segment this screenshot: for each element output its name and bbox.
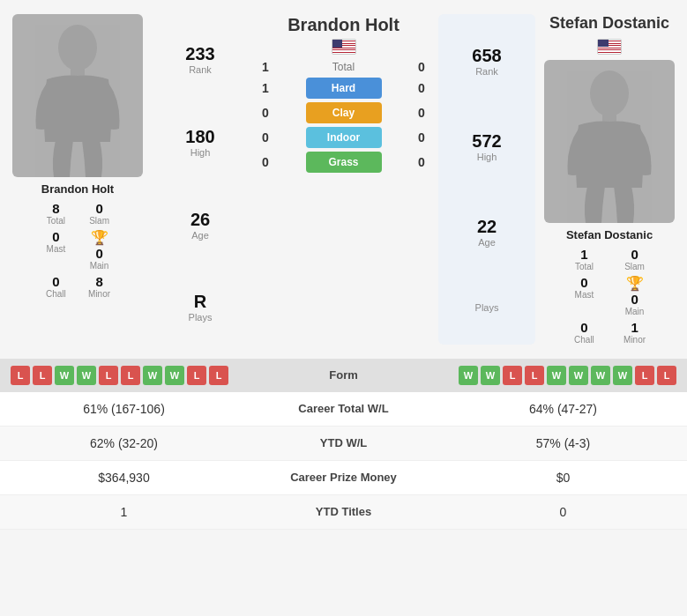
left-total-val: 8 [41,201,71,216]
hard-left-value: 1 [252,81,279,95]
right-mast-cell: 0 Mast [566,275,602,316]
left-slam-val: 0 [85,201,114,216]
left-high-value: 180 [185,127,214,147]
form-label: Form [329,368,358,382]
career-stat-row: 62% (32-20)YTD W/L57% (4-3) [0,427,687,461]
right-rank-box: 658 Rank [472,46,501,77]
left-trophy-icon: 🏆 [91,229,108,246]
form-badge: W [547,366,566,385]
clay-right-value: 0 [408,106,435,120]
indoor-right-value: 0 [408,130,435,145]
hard-surface-pill: Hard [306,78,382,99]
career-stat-right: $0 [453,471,673,485]
right-slam-lbl: Slam [616,262,653,271]
left-total-lbl: Total [41,216,71,226]
left-main-val: 0 [95,246,102,261]
left-main-lbl: Main [90,261,109,271]
left-slam-lbl: Slam [85,216,114,226]
right-rank-value: 658 [472,46,501,66]
right-player-name-section: Stefan Dostanic 1 Total 0 Slam 0 Mast [566,228,653,345]
right-form-badges: WWLLWWWWLL [459,366,676,385]
indoor-left-value: 0 [252,130,279,145]
form-badge: W [481,366,500,385]
center-comparison-col: Brandon Holt 1 Total 0 1 Hard 0 0 Clay 0 [252,14,435,345]
form-badge: L [187,366,206,385]
form-badge: L [121,366,140,385]
career-stat-row: $364,930Career Prize Money$0 [0,461,687,495]
career-stat-left: 61% (167-106) [14,402,234,416]
players-comparison-section: Brandon Holt 8 Total 0 Slam 0 Mast [0,0,687,352]
career-stat-left: 1 [14,505,234,519]
career-stat-right: 64% (47-27) [453,402,673,416]
left-player-photo [12,14,143,177]
left-total-cell: 8 Total [41,201,71,226]
right-main-lbl: Main [625,307,645,316]
right-rank-label: Rank [472,66,501,77]
right-chall-lbl: Chall [566,335,602,345]
right-high-box: 572 High [472,131,501,162]
form-badge: W [569,366,588,385]
left-form-badges: LLWWLLWWLL [11,366,228,385]
right-main-val: 0 [631,292,638,307]
form-badge: L [33,366,52,385]
left-mast-val: 0 [41,229,71,244]
form-badge: W [591,366,610,385]
left-player-name-section: Brandon Holt 8 Total 0 Slam 0 Mast [41,182,114,299]
clay-left-value: 0 [252,106,279,120]
left-high-box: 180 High [185,127,214,158]
right-player-flag [597,39,622,55]
hard-comparison-row: 1 Hard 0 [252,78,435,99]
right-high-value: 572 [472,131,501,152]
left-plays-box: R Plays [189,292,213,323]
left-rank-box: 233 Rank [185,44,214,75]
right-slam-cell: 0 Slam [616,247,653,271]
left-plays-label: Plays [189,312,213,323]
career-stat-row: 61% (167-106)Career Total W/L64% (47-27) [0,392,687,427]
left-plays-value: R [189,292,213,312]
right-age-label: Age [477,237,497,248]
total-left-value: 1 [252,60,279,74]
main-container: Brandon Holt 8 Total 0 Slam 0 Mast [0,0,687,530]
left-minor-val: 8 [85,274,114,289]
right-trophy-icon: 🏆 [626,275,644,292]
right-total-val: 1 [566,247,602,262]
right-player-name: Stefan Dostanic [566,228,653,241]
form-badge: L [11,366,30,385]
left-trophy-cell: 🏆 0 Main [85,229,114,271]
right-minor-cell: 1 Minor [616,320,653,345]
career-stat-center-label: YTD Titles [234,505,453,518]
form-badge: L [209,366,228,385]
left-player-stats-grid: 8 Total 0 Slam 0 Mast 🏆 0 Main [41,201,114,299]
right-chall-cell: 0 Chall [566,320,602,345]
left-rank-label: Rank [185,64,214,75]
left-mast-cell: 0 Mast [41,229,71,271]
right-total-cell: 1 Total [566,247,602,271]
left-rank-value: 233 [185,44,214,64]
left-minor-lbl: Minor [85,289,114,299]
left-age-label: Age [190,230,210,241]
right-high-label: High [472,152,501,162]
right-minor-lbl: Minor [616,335,653,345]
career-stat-right: 57% (4-3) [453,436,673,450]
right-player-name-top: Stefan Dostanic [549,14,669,33]
career-stat-center-label: YTD W/L [234,436,453,449]
form-badge: W [55,366,74,385]
indoor-comparison-row: 0 Indoor 0 [252,127,435,148]
right-trophy-cell: 🏆 0 Main [616,275,653,316]
clay-surface-pill: Clay [306,102,382,123]
grass-surface-pill: Grass [306,152,382,173]
left-player-name-top: Brandon Holt [287,14,400,35]
right-total-lbl: Total [566,262,602,271]
career-stat-right: 0 [453,505,673,519]
right-player-photo [544,60,675,223]
hard-right-value: 0 [408,81,435,95]
left-slam-cell: 0 Slam [85,201,114,226]
left-mast-lbl: Mast [41,244,71,254]
right-age-value: 22 [477,217,497,237]
right-minor-val: 1 [616,320,653,335]
form-badge: W [165,366,184,385]
total-comparison-row: 1 Total 0 [252,60,435,74]
right-player-silhouette [561,69,658,223]
left-player-card: Brandon Holt 8 Total 0 Slam 0 Mast [7,14,148,345]
right-player-stats-grid: 1 Total 0 Slam 0 Mast 🏆 0 Main [566,247,653,345]
